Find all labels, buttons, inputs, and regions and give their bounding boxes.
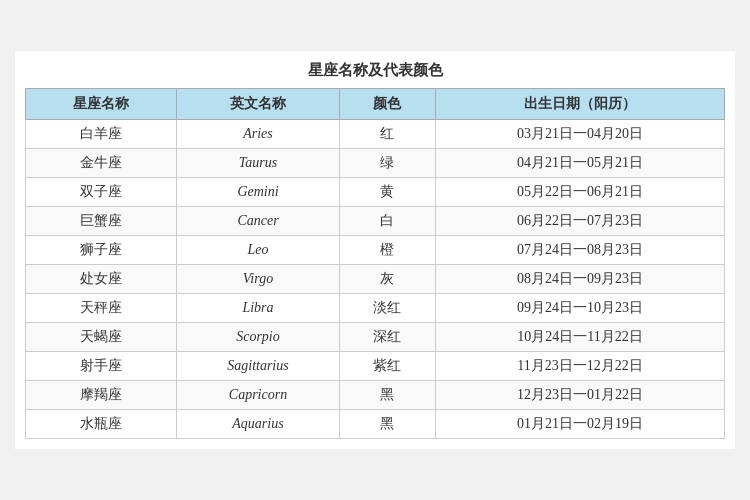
cell-english: Libra — [177, 294, 339, 323]
cell-dates: 11月23日一12月22日 — [435, 352, 724, 381]
col-header-dates: 出生日期（阳历） — [435, 89, 724, 120]
cell-chinese: 白羊座 — [26, 120, 177, 149]
table-row: 狮子座Leo橙07月24日一08月23日 — [26, 236, 725, 265]
table-row: 射手座Sagittarius紫红11月23日一12月22日 — [26, 352, 725, 381]
cell-english: Cancer — [177, 207, 339, 236]
table-row: 双子座Gemini黄05月22日一06月21日 — [26, 178, 725, 207]
cell-chinese: 狮子座 — [26, 236, 177, 265]
cell-dates: 06月22日一07月23日 — [435, 207, 724, 236]
cell-color: 红 — [339, 120, 435, 149]
cell-dates: 08月24日一09月23日 — [435, 265, 724, 294]
col-header-color: 颜色 — [339, 89, 435, 120]
cell-dates: 07月24日一08月23日 — [435, 236, 724, 265]
table-row: 巨蟹座Cancer白06月22日一07月23日 — [26, 207, 725, 236]
zodiac-table: 星座名称 英文名称 颜色 出生日期（阳历） 白羊座Aries红03月21日一04… — [25, 88, 725, 439]
cell-color: 橙 — [339, 236, 435, 265]
table-header-row: 星座名称 英文名称 颜色 出生日期（阳历） — [26, 89, 725, 120]
cell-chinese: 金牛座 — [26, 149, 177, 178]
cell-chinese: 摩羯座 — [26, 381, 177, 410]
cell-chinese: 巨蟹座 — [26, 207, 177, 236]
cell-chinese: 水瓶座 — [26, 410, 177, 439]
cell-color: 黄 — [339, 178, 435, 207]
cell-english: Virgo — [177, 265, 339, 294]
cell-color: 灰 — [339, 265, 435, 294]
cell-english: Gemini — [177, 178, 339, 207]
table-row: 白羊座Aries红03月21日一04月20日 — [26, 120, 725, 149]
cell-english: Capricorn — [177, 381, 339, 410]
cell-chinese: 天蝎座 — [26, 323, 177, 352]
cell-english: Aquarius — [177, 410, 339, 439]
cell-chinese: 双子座 — [26, 178, 177, 207]
cell-english: Scorpio — [177, 323, 339, 352]
cell-chinese: 射手座 — [26, 352, 177, 381]
cell-dates: 01月21日一02月19日 — [435, 410, 724, 439]
col-header-english: 英文名称 — [177, 89, 339, 120]
cell-color: 黑 — [339, 381, 435, 410]
cell-english: Leo — [177, 236, 339, 265]
cell-color: 绿 — [339, 149, 435, 178]
cell-chinese: 处女座 — [26, 265, 177, 294]
cell-color: 白 — [339, 207, 435, 236]
cell-dates: 05月22日一06月21日 — [435, 178, 724, 207]
cell-dates: 10月24日一11月22日 — [435, 323, 724, 352]
cell-dates: 03月21日一04月20日 — [435, 120, 724, 149]
table-body: 白羊座Aries红03月21日一04月20日金牛座Taurus绿04月21日一0… — [26, 120, 725, 439]
cell-color: 黑 — [339, 410, 435, 439]
table-row: 处女座Virgo灰08月24日一09月23日 — [26, 265, 725, 294]
table-row: 天蝎座Scorpio深红10月24日一11月22日 — [26, 323, 725, 352]
cell-chinese: 天秤座 — [26, 294, 177, 323]
cell-color: 深红 — [339, 323, 435, 352]
table-row: 水瓶座Aquarius黑01月21日一02月19日 — [26, 410, 725, 439]
table-row: 金牛座Taurus绿04月21日一05月21日 — [26, 149, 725, 178]
cell-color: 紫红 — [339, 352, 435, 381]
cell-english: Taurus — [177, 149, 339, 178]
col-header-chinese: 星座名称 — [26, 89, 177, 120]
main-container: 星座名称及代表颜色 星座名称 英文名称 颜色 出生日期（阳历） 白羊座Aries… — [15, 51, 735, 449]
cell-dates: 12月23日一01月22日 — [435, 381, 724, 410]
cell-english: Aries — [177, 120, 339, 149]
cell-dates: 04月21日一05月21日 — [435, 149, 724, 178]
table-row: 天秤座Libra淡红09月24日一10月23日 — [26, 294, 725, 323]
cell-color: 淡红 — [339, 294, 435, 323]
table-row: 摩羯座Capricorn黑12月23日一01月22日 — [26, 381, 725, 410]
page-title: 星座名称及代表颜色 — [25, 61, 725, 80]
cell-english: Sagittarius — [177, 352, 339, 381]
cell-dates: 09月24日一10月23日 — [435, 294, 724, 323]
